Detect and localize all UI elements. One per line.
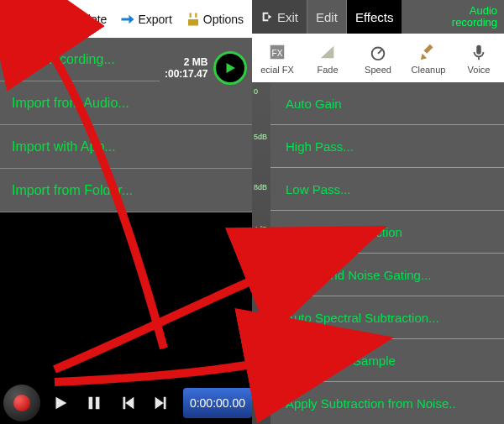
effect-grab-noise-sample[interactable]: Grab Noise Sample (270, 339, 504, 382)
delete-label: Delete (73, 13, 107, 26)
broom-icon (418, 42, 438, 62)
export-label: Export (138, 13, 171, 26)
effect-apply-subtraction[interactable]: Apply Subtraction from Noise.. (270, 382, 504, 424)
x-icon (55, 12, 71, 27)
right-tabs: Exit Edit Effects Audio recording (252, 0, 504, 34)
specialfx-button[interactable]: FX ecial FX (252, 34, 302, 82)
specialfx-label: ecial FX (260, 65, 294, 75)
speed-button[interactable]: Speed (353, 34, 403, 82)
effects-list: Auto Gain High Pass... Low Pass... DC Of… (270, 82, 504, 424)
audio-recording-label: Audio recording (445, 3, 504, 30)
wave-tick: 4dB (254, 225, 267, 233)
menu-import-folder[interactable]: Import from Folder... (0, 169, 252, 212)
tab-effects[interactable]: Effects (347, 0, 402, 34)
wave-tick: 2dB (254, 292, 267, 301)
add-button[interactable]: Add (3, 12, 42, 27)
fade-label: Fade (317, 65, 338, 75)
record-icon (13, 395, 30, 411)
add-label: Add (21, 13, 42, 26)
wave-tick: 0 (254, 87, 258, 96)
play-button[interactable] (45, 388, 76, 418)
export-button[interactable]: Export (120, 12, 171, 27)
cleanup-button[interactable]: Cleanup (403, 34, 454, 82)
svg-text:FX: FX (272, 48, 283, 57)
fx-icon: FX (267, 42, 287, 62)
exit-icon (260, 10, 274, 24)
waveform-strip: 0 5dB 8dB 4dB 12dB 2dB (252, 82, 270, 424)
skip-prev-icon (118, 394, 137, 412)
options-button[interactable]: Options (186, 12, 244, 27)
wave-tick: 12dB (254, 259, 271, 267)
effect-high-pass[interactable]: High Pass... (270, 125, 504, 168)
tab-exit[interactable]: Exit (252, 0, 307, 34)
effect-multi-band-noise[interactable]: Multi-band Noise Gating... (270, 254, 504, 296)
play-icon (51, 394, 70, 412)
track-row[interactable]: 2 MB :00:17.47 (160, 38, 252, 98)
fade-button[interactable]: Fade (302, 34, 353, 82)
speed-icon (368, 42, 388, 62)
voice-label: Voice (468, 65, 491, 75)
record-button[interactable] (3, 385, 40, 421)
track-play-button[interactable] (213, 51, 247, 85)
fade-icon (318, 42, 338, 62)
wave-tick: 8dB (254, 183, 267, 191)
tab-edit[interactable]: Edit (307, 0, 347, 34)
mic-icon (469, 42, 489, 62)
menu-import-app[interactable]: Import with App... (0, 125, 252, 169)
effect-auto-gain[interactable]: Auto Gain (270, 82, 504, 125)
wave-tick: 5dB (254, 133, 267, 141)
options-label: Options (203, 13, 244, 26)
track-meta: 2 MB :00:17.47 (165, 56, 207, 80)
effects-toolbar: FX ecial FX Fade Speed Cleanup Voice (252, 34, 504, 82)
skip-next-icon (152, 394, 171, 412)
left-panel: Add Delete Export Options New Recording.… (0, 0, 252, 424)
effect-auto-spectral[interactable]: Auto Spectral Subtraction... (270, 296, 504, 339)
plus-icon (3, 12, 18, 27)
right-panel: Exit Edit Effects Audio recording FX eci… (252, 0, 504, 424)
speed-label: Speed (365, 65, 391, 75)
left-toolbar: Add Delete Export Options (0, 0, 252, 38)
prev-button[interactable] (113, 388, 143, 418)
time-display: 0:00:00.00 (183, 388, 252, 418)
tab-exit-label: Exit (277, 10, 298, 24)
cleanup-label: Cleanup (412, 65, 446, 75)
play-icon (223, 60, 238, 76)
pause-button[interactable] (79, 388, 109, 418)
voice-button[interactable]: Voice (454, 34, 504, 82)
track-size: 2 MB (165, 56, 207, 68)
pause-icon (85, 394, 103, 412)
delete-button[interactable]: Delete (55, 12, 107, 27)
effect-low-pass[interactable]: Low Pass... (270, 168, 504, 211)
svg-rect-3 (476, 44, 481, 54)
next-button[interactable] (146, 388, 176, 418)
options-icon (186, 12, 201, 27)
effect-dc-offset[interactable]: DC Offset Correction (270, 211, 504, 254)
arrow-right-icon (120, 12, 135, 27)
transport-bar: 0:00:00.00 (0, 382, 252, 424)
track-time: :00:17.47 (165, 68, 207, 80)
